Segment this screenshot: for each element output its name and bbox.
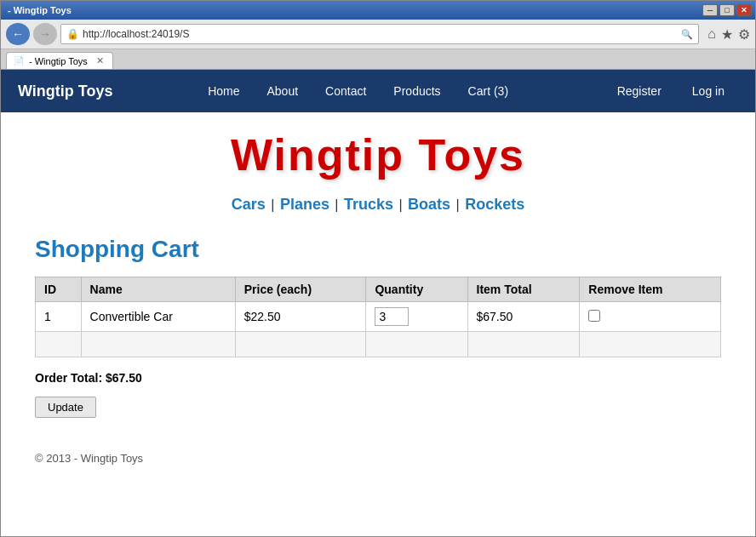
favorites-icon[interactable]: ★ (721, 26, 733, 43)
page-heading: Shopping Cart (35, 236, 721, 263)
category-trucks[interactable]: Trucks (344, 196, 393, 213)
browser-tab[interactable]: 📄 - Wingtip Toys ✕ (6, 52, 113, 69)
page-icon: 🔒 (66, 28, 79, 40)
address-search-icon: 🔍 (681, 29, 693, 40)
nav-links: Home About Contact Products Cart (3) (194, 72, 522, 110)
maximize-button[interactable]: □ (719, 4, 735, 16)
cat-sep-3: | (395, 197, 403, 212)
category-boats[interactable]: Boats (408, 196, 450, 213)
nav-contact[interactable]: Contact (312, 72, 380, 110)
cell-item-total: $67.50 (467, 302, 580, 332)
col-price: Price (each) (235, 277, 366, 302)
title-bar: - Wingtip Toys ─ □ ✕ (1, 1, 755, 20)
empty-cell-2 (81, 332, 235, 357)
empty-cell-1 (36, 332, 82, 357)
tab-close-icon[interactable]: ✕ (96, 55, 104, 66)
tab-bar: 📄 - Wingtip Toys ✕ (1, 49, 755, 70)
tab-favicon: 📄 (14, 56, 24, 66)
nav-cart[interactable]: Cart (3) (455, 72, 522, 110)
table-row: 1 Convertible Car $22.50 $67.50 (36, 302, 721, 332)
cell-quantity (366, 302, 467, 332)
col-quantity: Quantity (366, 277, 467, 302)
empty-cell-6 (580, 332, 721, 357)
window-controls: ─ □ ✕ (702, 4, 752, 16)
empty-cell-4 (366, 332, 467, 357)
nav-login[interactable]: Log in (679, 72, 738, 110)
cell-name: Convertible Car (81, 302, 235, 332)
site-title: Wingtip Toys (9, 129, 747, 180)
close-button[interactable]: ✕ (736, 4, 752, 16)
nav-about[interactable]: About (254, 72, 312, 110)
quantity-input[interactable] (375, 307, 409, 326)
nav-register[interactable]: Register (604, 72, 675, 110)
browser-toolbar: ← → 🔒 🔍 ⌂ ★ ⚙ (1, 20, 755, 49)
category-links: Cars | Planes | Trucks | Boats | Rockets (1, 189, 755, 227)
back-button[interactable]: ← (6, 23, 30, 45)
address-input[interactable] (83, 28, 678, 40)
table-empty-row (36, 332, 721, 357)
site-footer: © 2013 - Wingtip Toys (35, 443, 721, 473)
empty-cell-3 (235, 332, 366, 357)
cat-sep-1: | (267, 197, 275, 212)
category-planes[interactable]: Planes (280, 196, 329, 213)
empty-cell-5 (467, 332, 580, 357)
settings-icon[interactable]: ⚙ (738, 26, 750, 43)
nav-products[interactable]: Products (380, 72, 454, 110)
cat-sep-2: | (331, 197, 339, 212)
cart-table: ID Name Price (each) Quantity Item Total… (35, 277, 721, 357)
home-icon[interactable]: ⌂ (707, 26, 716, 43)
window-title: - Wingtip Toys (4, 5, 72, 15)
address-bar: 🔒 🔍 (60, 24, 699, 44)
cell-id: 1 (36, 302, 82, 332)
tab-title: - Wingtip Toys (29, 56, 88, 66)
site-header: Wingtip Toys (1, 112, 755, 189)
site-brand[interactable]: Wingtip Toys (18, 83, 113, 100)
col-name: Name (81, 277, 235, 302)
forward-button[interactable]: → (33, 23, 57, 45)
nav-right: Register Log in (604, 72, 738, 110)
category-cars[interactable]: Cars (232, 196, 266, 213)
order-total: Order Total: $67.50 (35, 371, 721, 385)
col-item-total: Item Total (467, 277, 580, 302)
remove-checkbox[interactable] (588, 310, 600, 322)
browser-content: Wingtip Toys Home About Contact Products… (1, 70, 755, 536)
col-remove: Remove Item (580, 277, 721, 302)
cell-remove (580, 302, 721, 332)
main-content: Shopping Cart ID Name Price (each) Quant… (1, 227, 755, 490)
category-rockets[interactable]: Rockets (465, 196, 524, 213)
site-navigation: Wingtip Toys Home About Contact Products… (1, 70, 755, 112)
browser-icons: ⌂ ★ ⚙ (707, 26, 750, 43)
col-id: ID (36, 277, 82, 302)
table-header-row: ID Name Price (each) Quantity Item Total… (36, 277, 721, 302)
update-button[interactable]: Update (35, 397, 96, 418)
nav-home[interactable]: Home (194, 72, 253, 110)
minimize-button[interactable]: ─ (702, 4, 718, 16)
footer-text: © 2013 - Wingtip Toys (35, 452, 143, 465)
cat-sep-4: | (452, 197, 460, 212)
cell-price: $22.50 (235, 302, 366, 332)
